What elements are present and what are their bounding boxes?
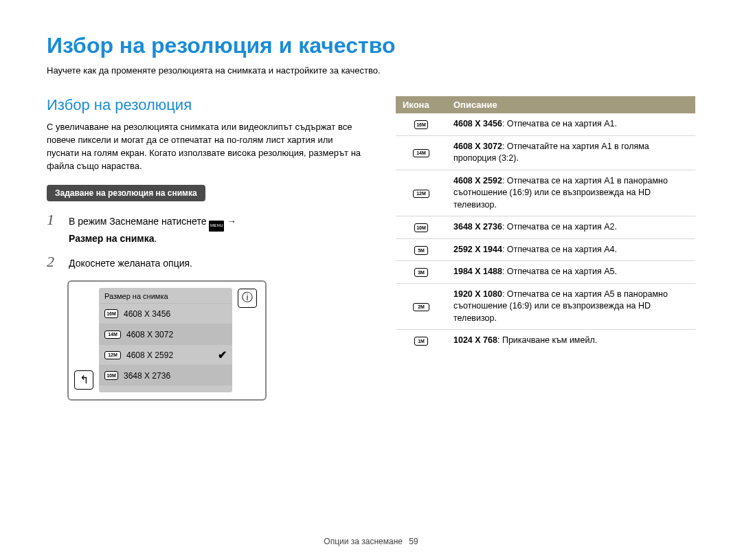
resolution-icon: 3M [414,268,428,277]
resolution-table: Икона Описание 16M4608 X 3456: Отпечатва… [396,96,695,352]
resolution-icon: 2M [413,303,429,311]
menu-icon: MENU [209,221,224,232]
resolution-list-panel: Размер на снимка 16M4608 X 345614M4608 X… [99,288,232,392]
subsection-label: Задаване на резолюция на снимка [47,185,205,201]
step-number: 2 [47,253,59,271]
table-row: 12M4608 X 2592: Отпечатва се на хартия A… [396,170,695,216]
page-intro: Научете как да променяте резолюцията на … [47,65,695,76]
table-cell-description: 3648 X 2736: Отпечатва се на хартия A2. [447,216,695,239]
step-1-tail: . [154,233,157,244]
step-2: 2 Докоснете желаната опция. [47,253,363,271]
left-column: Избор на резолюция С увеличаване на резо… [47,96,363,401]
list-item[interactable]: 14M4608 X 3072 [99,324,232,344]
table-cell-description: 4608 X 3072: Отпечатайте на хартия A1 в … [447,135,695,170]
table-cell-icon: 14M [396,135,447,170]
table-cell-icon: 10M [396,216,447,239]
step-1: 1 В режим Заснемане натиснете MENU → Раз… [47,211,363,246]
resolution-icon: 14M [413,149,429,157]
camera-ui-mock: ↰ Размер на снимка 16M4608 X 345614M4608… [67,280,267,401]
table-cell-icon: 3M [396,261,447,284]
arrow-icon: → [227,216,236,227]
resolution-icon: 10M [414,223,428,232]
list-item[interactable]: 10M3648 X 2736 [99,365,232,385]
resolution-icon: 5M [414,246,428,255]
steps-list: 1 В режим Заснемане натиснете MENU → Раз… [47,211,363,271]
table-cell-description: 2592 X 1944: Отпечатва се на хартия A4. [447,238,695,261]
table-row: 14M4608 X 3072: Отпечатайте на хартия A1… [396,135,695,170]
table-cell-icon: 5M [396,238,447,261]
footer-page-number: 59 [409,537,418,546]
table-row: 1M1024 X 768: Прикачване към имейл. [396,330,695,352]
page-title: Избор на резолюция и качество [47,33,695,58]
step-text: В режим Заснемане натиснете MENU → Разме… [69,214,236,246]
table-cell-description: 1024 X 768: Прикачване към имейл. [447,330,695,352]
resolution-icon: 12M [104,351,121,359]
content-columns: Избор на резолюция С увеличаване на резо… [47,96,695,401]
list-item[interactable]: 16M4608 X 3456 [99,303,232,324]
table-row: 16M4608 X 3456: Отпечатва се на хартия A… [396,113,695,135]
check-icon: ✔ [218,348,227,361]
table-head-icon: Икона [396,96,447,113]
list-heading: Размер на снимка [99,291,232,303]
resolution-icon: 10M [104,371,118,380]
back-button[interactable]: ↰ [74,370,93,390]
page-footer: Опции за заснемане 59 [0,537,742,546]
footer-label: Опции за заснемане [324,537,403,546]
resolution-icon: 16M [104,309,118,318]
table-cell-description: 1920 X 1080: Отпечатва се на хартия A5 в… [447,283,695,330]
right-column: Икона Описание 16M4608 X 3456: Отпечатва… [396,96,695,401]
section-paragraph: С увеличаване на резолюцията снимката ил… [47,121,363,172]
table-row: 3M1984 X 1488: Отпечатва се на хартия A5… [396,261,695,284]
list-item[interactable]: 12M4608 X 2592✔ [99,344,232,365]
table-cell-icon: 2M [396,283,447,330]
section-title: Избор на резолюция [47,96,363,114]
resolution-icon: 1M [414,337,428,346]
table-cell-icon: 12M [396,170,447,216]
list-item-label: 4608 X 3072 [126,330,173,339]
table-row: 2M1920 X 1080: Отпечатва се на хартия A5… [396,283,695,330]
info-button[interactable]: ⓘ [238,289,257,308]
table-row: 5M2592 X 1944: Отпечатва се на хартия A4… [396,238,695,261]
table-row: 10M3648 X 2736: Отпечатва се на хартия A… [396,216,695,239]
list-item-label: 3648 X 2736 [124,371,170,381]
step-1-bold: Размер на снимка [69,233,154,244]
table-cell-description: 1984 X 1488: Отпечатва се на хартия A5. [447,261,695,284]
table-cell-icon: 1M [396,330,447,352]
table-cell-icon: 16M [396,113,447,135]
step-number: 1 [47,211,59,229]
table-cell-description: 4608 X 3456: Отпечатва се на хартия A1. [447,113,695,135]
resolution-icon: 14M [104,331,121,339]
resolution-icon: 16M [414,120,428,129]
list-item-label: 4608 X 2592 [126,350,173,360]
resolution-icon: 12M [413,190,429,198]
step-text: Докоснете желаната опция. [69,256,192,271]
step-1-pre: В режим Заснемане натиснете [69,216,209,227]
list-item-label: 4608 X 3456 [124,309,170,319]
table-cell-description: 4608 X 2592: Отпечатва се на хартия A1 в… [447,170,695,216]
table-head-desc: Описание [447,96,695,113]
